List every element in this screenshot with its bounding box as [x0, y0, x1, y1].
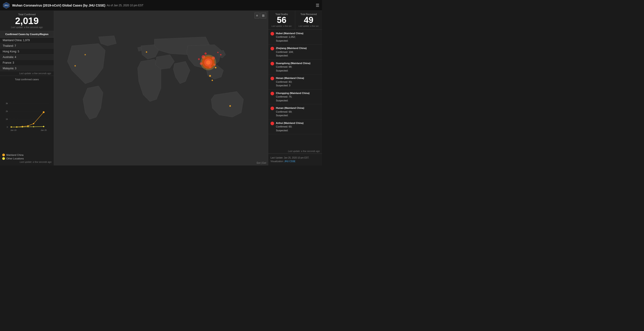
- app-title: Wuhan Coronavirus (2019-nCoV) Global Cas…: [12, 4, 105, 7]
- confirmed-update: Last update: a few seconds ago: [3, 26, 50, 28]
- svg-point-42: [220, 54, 222, 56]
- region-update: Last update: a few seconds ago: [268, 149, 322, 154]
- total-confirmed-box: Total Confirmed 2,019 Last update: a few…: [0, 11, 54, 31]
- grid-view-button[interactable]: ⊞: [260, 12, 266, 18]
- country-row: Hong Kong: 5: [0, 49, 54, 54]
- svg-point-19: [16, 126, 17, 128]
- region-item: Hubei (Mainland China) Confirmed: 1,052;…: [268, 30, 322, 45]
- region-dot: [270, 47, 274, 50]
- svg-text:JHU: JHU: [4, 4, 8, 7]
- region-confirmed: Confirmed: 1,052;: [276, 36, 296, 38]
- region-dot: [270, 77, 274, 80]
- chart-update: Last update: a few seconds ago: [2, 161, 52, 163]
- region-dot: [270, 122, 274, 125]
- svg-text:3k: 3k: [6, 102, 8, 104]
- legend-dot: [2, 154, 5, 156]
- country-update: Last update: a few seconds ago: [0, 71, 54, 76]
- region-info: Guangdong (Mainland China) Confirmed: 98…: [276, 62, 310, 73]
- deaths-update: Last update: a few sec: [270, 25, 293, 27]
- app-subtitle: As of Jan 25, 2020 10 pm EST: [106, 4, 143, 7]
- country-row: Mainland China: 1,979: [0, 38, 54, 43]
- region-confirmed: Confirmed: 75;: [276, 95, 292, 98]
- country-table: Confirmed Cases by Country/Region Mainla…: [0, 31, 54, 76]
- country-row: Malaysia: 3: [0, 66, 54, 71]
- region-item: Anhui (Mainland China) Confirmed: 60; Su…: [268, 120, 322, 134]
- menu-icon[interactable]: ☰: [316, 3, 319, 8]
- region-name: Henan (Mainland China): [276, 77, 304, 80]
- legend-item: Other Locations: [2, 157, 52, 160]
- main-layout: Total Confirmed 2,019 Last update: a few…: [0, 11, 322, 166]
- svg-point-39: [212, 80, 213, 81]
- chart-section: Total confirmed cases 3k 2k 1k 0 Jan 20 …: [0, 76, 54, 166]
- svg-point-21: [28, 126, 28, 127]
- svg-point-18: [10, 126, 12, 128]
- svg-point-16: [33, 123, 34, 124]
- legend-label: Other Locations: [6, 157, 24, 160]
- svg-point-38: [146, 51, 147, 52]
- map-attribution: Esri | Esri: [256, 162, 266, 164]
- svg-text:0: 0: [7, 126, 8, 128]
- region-name: Hubei (Mainland China): [276, 32, 303, 35]
- region-info: Hubei (Mainland China) Confirmed: 1,052;…: [276, 32, 303, 43]
- region-dot: [270, 62, 274, 66]
- list-view-button[interactable]: ≡: [254, 12, 260, 18]
- region-info: Hunan (Mainland China) Confirmed: 69; Su…: [276, 106, 304, 118]
- region-dot: [270, 32, 274, 36]
- svg-point-23: [43, 126, 44, 127]
- region-confirmed: Confirmed: 104;: [276, 50, 294, 53]
- world-map: [54, 11, 268, 166]
- grid-icon: ⊞: [262, 14, 265, 17]
- esri-text: Esri | Esri: [256, 162, 266, 164]
- list-icon: ≡: [256, 14, 258, 17]
- svg-point-32: [204, 52, 207, 55]
- region-name: Anhui (Mainland China): [276, 122, 304, 124]
- region-dot: [270, 106, 274, 110]
- chart-title: Total confirmed cases: [2, 78, 52, 81]
- region-name: Chongqing (Mainland China): [276, 92, 310, 94]
- region-info: Chongqing (Mainland China) Confirmed: 75…: [276, 91, 310, 102]
- left-panel: Total Confirmed 2,019 Last update: a few…: [0, 11, 54, 166]
- region-confirmed: Confirmed: 69;: [276, 110, 292, 113]
- country-table-header: Confirmed Cases by Country/Region: [0, 31, 54, 38]
- region-confirmed: Confirmed: 83;: [276, 80, 292, 83]
- map-area: ≡ ⊞: [54, 11, 268, 166]
- deaths-stat: Total Deaths 56 Last update: a few sec: [268, 11, 295, 30]
- jhu-csse-link[interactable]: JHU CSSE: [284, 160, 296, 162]
- svg-text:Jan 25: Jan 25: [41, 129, 47, 131]
- right-panel: Total Deaths 56 Last update: a few sec T…: [268, 11, 322, 166]
- confirmed-number: 2,019: [3, 16, 50, 26]
- svg-point-40: [74, 65, 76, 66]
- svg-point-43: [217, 52, 218, 53]
- svg-text:2k: 2k: [6, 110, 8, 112]
- legend-item: Mainland China: [2, 154, 52, 156]
- footer-viz-label: Visualization:: [270, 160, 284, 162]
- recovered-number: 49: [297, 16, 320, 25]
- region-dot: [270, 92, 274, 95]
- svg-point-17: [43, 111, 44, 113]
- chart-svg: 3k 2k 1k 0 Jan 20 Jan 25: [2, 82, 52, 152]
- recovered-stat: Total Recovered 49 Last update: a few se…: [295, 11, 322, 30]
- legend-dot: [2, 157, 5, 160]
- svg-point-33: [198, 58, 200, 60]
- region-name: Hunan (Mainland China): [276, 106, 304, 109]
- region-list: Hubei (Mainland China) Confirmed: 1,052;…: [268, 30, 322, 149]
- country-rows: Mainland China: 1,979Thailand: 7Hong Kon…: [0, 38, 54, 71]
- svg-point-36: [215, 67, 216, 68]
- svg-point-37: [229, 105, 231, 107]
- legend-label: Mainland China: [6, 154, 24, 156]
- svg-text:1k: 1k: [6, 118, 8, 120]
- map-controls: ≡ ⊞: [254, 12, 266, 18]
- region-item: Guangdong (Mainland China) Confirmed: 98…: [268, 60, 322, 75]
- country-row: Thailand: 7: [0, 43, 54, 49]
- region-name: Zhejiang (Mainland China): [276, 47, 307, 50]
- region-item: Henan (Mainland China) Confirmed: 83; Su…: [268, 74, 322, 90]
- footer-update-text: Last Update: Jan 25, 2020 10 pm EST.: [270, 156, 309, 159]
- deaths-number: 56: [270, 16, 293, 25]
- svg-text:Jan 20: Jan 20: [10, 129, 16, 131]
- region-item: Chongqing (Mainland China) Confirmed: 75…: [268, 90, 322, 104]
- region-confirmed: Confirmed: 60;: [276, 125, 292, 128]
- region-info: Zhejiang (Mainland China) Confirmed: 104…: [276, 46, 307, 58]
- svg-point-34: [200, 55, 216, 70]
- region-info: Anhui (Mainland China) Confirmed: 60; Su…: [276, 121, 304, 132]
- recovered-update: Last update: a few sec: [297, 25, 320, 27]
